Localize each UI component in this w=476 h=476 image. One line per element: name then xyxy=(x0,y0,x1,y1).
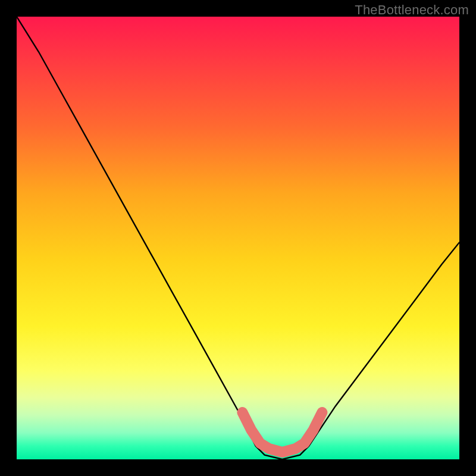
optimal-band-path xyxy=(242,412,322,452)
chart-frame: TheBottleneck.com xyxy=(0,0,476,476)
curve-overlay xyxy=(17,17,459,459)
gradient-plot-area xyxy=(17,17,459,459)
watermark-text: TheBottleneck.com xyxy=(355,2,469,18)
bottleneck-curve-path xyxy=(17,17,459,459)
